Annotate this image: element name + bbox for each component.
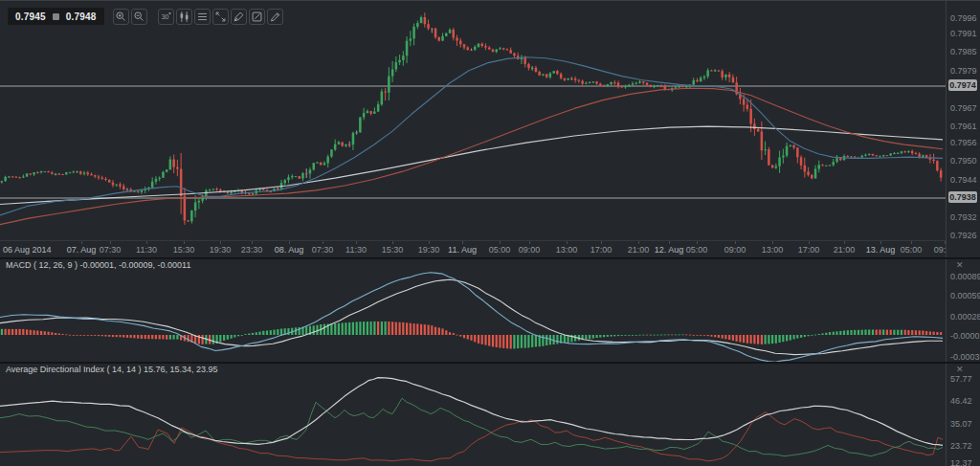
pencil-icon [268, 9, 282, 25]
time-axis-label: 08. Aug [275, 245, 304, 255]
zoom-out-icon [132, 9, 146, 25]
time-axis-label: 13. Aug [866, 245, 896, 255]
time-axis-tick [735, 241, 736, 244]
time-axis-tick [146, 241, 147, 244]
price-axis-label: 0.7996 [950, 13, 977, 23]
macd-axis-label: 0.00089 [950, 272, 980, 281]
time-axis-label: 13:00 [556, 245, 578, 255]
time-axis-label: 06 Aug 2014 [3, 245, 52, 255]
price-level-badge: 0.7974 [948, 79, 977, 91]
price-axis-label: 0.7991 [950, 29, 977, 38]
time-axis-label: 19:30 [210, 245, 232, 255]
time-axis-tick [323, 241, 323, 244]
time-axis-tick [844, 241, 845, 244]
toolbar-buttons: 30 [113, 9, 285, 25]
timeframe-30-icon: 30 [159, 9, 173, 25]
adx-axis-label: 57.77 [950, 374, 972, 384]
macd-indicator-label: MACD ( 12, 26, 9 ) -0.00001, -0.00009, -… [6, 260, 190, 270]
price-axis-label: 0.7956 [950, 138, 977, 147]
time-axis-label: 05:00 [901, 245, 923, 255]
expand-button[interactable] [212, 9, 229, 25]
pen-icon [232, 9, 246, 25]
expand-icon [213, 9, 228, 25]
time-axis-label: 15:30 [173, 245, 195, 255]
edit-box-icon [250, 9, 264, 25]
price-axis-label: 0.7985 [950, 47, 977, 56]
time-axis-label: 19:30 [418, 245, 440, 255]
time-axis-label: 13:00 [762, 245, 784, 255]
annotate-button[interactable] [249, 9, 265, 25]
price-axis-label: 0.7944 [950, 175, 977, 185]
time-axis-label: 11:30 [136, 245, 157, 255]
price-axis-label: 0.7926 [950, 231, 977, 240]
macd-close-icon[interactable]: ✕ [956, 261, 964, 270]
time-axis-label: 05:00 [489, 245, 511, 255]
time-axis-label: 12. Aug [655, 245, 684, 255]
time-axis-tick [184, 241, 185, 244]
bid-price: 0.7945 [15, 11, 46, 22]
price-axis-label: 0.7932 [950, 212, 977, 222]
chart-canvas[interactable] [0, 1, 946, 466]
price-axis-label: 0.7967 [950, 103, 977, 113]
macd-axis-label: 0.00028 [950, 312, 980, 322]
time-axis-tick [638, 241, 639, 244]
time-axis-label: 11. Aug [448, 245, 477, 255]
price-level-badge: 0.7938 [948, 191, 977, 203]
time-axis-label: 11:30 [345, 245, 367, 255]
adx-axis-label: 12.37 [950, 458, 972, 466]
svg-text:30: 30 [161, 13, 168, 20]
time-axis-tick [356, 241, 357, 244]
adx-panel-divider [0, 362, 980, 364]
price-axis-label: 0.7979 [950, 66, 977, 76]
time-axis-tick [567, 241, 568, 244]
time-axis-tick [429, 241, 430, 244]
trading-chart-window: 0.7945 0.7948 30 0.79960.79910.79850.797… [0, 0, 980, 466]
time-axis-label: 17:00 [798, 245, 820, 255]
quote-box[interactable]: 0.7945 0.7948 [8, 8, 104, 25]
time-axis-tick [601, 241, 602, 244]
timeframe-button[interactable]: 30 [158, 9, 174, 25]
price-axis-label: 0.7961 [950, 122, 977, 131]
time-axis-label: 09:00 [724, 245, 746, 255]
candlestick-icon [177, 9, 191, 25]
price-axis[interactable]: 0.79960.79910.79850.79790.79670.79610.79… [946, 1, 980, 466]
indicators-icon [195, 9, 210, 25]
toolbar: 0.7945 0.7948 30 [8, 8, 285, 25]
spread-square-icon [53, 13, 59, 20]
zoom-in-button[interactable] [113, 9, 129, 25]
time-axis-label: 15:30 [382, 245, 404, 255]
time-axis-tick [669, 241, 670, 244]
time-axis-tick [392, 241, 393, 244]
time-axis-tick [697, 241, 698, 244]
time-axis-tick [220, 241, 221, 244]
time-axis-label: 17:00 [590, 245, 612, 255]
time-axis-label: 07:30 [100, 245, 122, 255]
indicators-button[interactable] [194, 9, 211, 25]
time-axis-label: 07. Aug [67, 245, 97, 255]
time-axis-label: 23:30 [241, 245, 263, 255]
adx-axis-label: 46.42 [950, 396, 972, 406]
time-axis[interactable]: 06 Aug 201407. Aug07:3011:3015:3019:3023… [0, 240, 962, 258]
adx-close-icon[interactable]: ✕ [956, 366, 964, 374]
time-axis-tick [252, 241, 253, 244]
draw-button[interactable] [267, 9, 283, 25]
time-axis-label: 07:30 [312, 245, 334, 255]
chart-type-button[interactable] [176, 9, 192, 25]
zoom-out-button[interactable] [131, 9, 147, 25]
macd-axis-label: -0.00002 [950, 331, 980, 341]
time-axis-tick [110, 241, 111, 244]
pen-button[interactable] [231, 9, 247, 25]
price-axis-label: 0.7950 [950, 156, 977, 166]
time-axis-label: 05:00 [686, 245, 708, 255]
time-axis-tick [880, 241, 881, 244]
time-axis-label: 21:00 [628, 245, 650, 255]
adx-indicator-label: Average Directional Index ( 14, 14 ) 15.… [6, 365, 217, 374]
time-axis-tick [289, 241, 290, 244]
time-axis-tick [809, 241, 810, 244]
time-axis-label: 21:00 [834, 245, 856, 255]
macd-axis-label: 0.00059 [950, 291, 980, 300]
time-axis-tick [462, 241, 463, 244]
adx-axis-label: 23.72 [950, 441, 972, 451]
time-axis-tick [500, 241, 501, 244]
adx-axis-label: 35.07 [950, 419, 972, 429]
